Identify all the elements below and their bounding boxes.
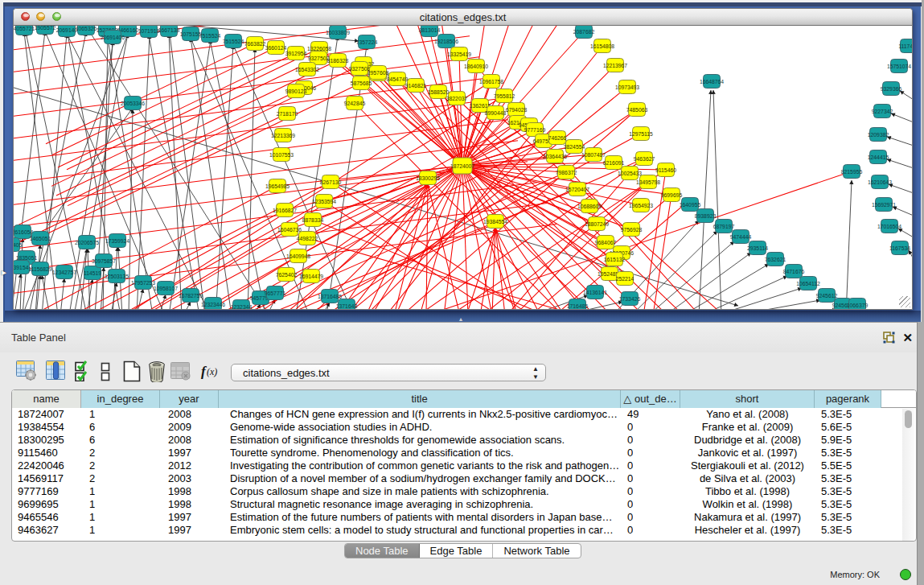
svg-text:1733426: 1733426 xyxy=(619,296,641,302)
svg-text:16543302: 16543302 xyxy=(295,67,319,72)
svg-text:13325419: 13325419 xyxy=(447,51,471,57)
svg-text:9227342: 9227342 xyxy=(872,109,893,114)
svg-text:19218506: 19218506 xyxy=(434,39,458,44)
svg-text:9242845: 9242845 xyxy=(344,101,366,106)
svg-text:1640955: 1640955 xyxy=(680,202,701,208)
svg-text:8938923: 8938923 xyxy=(695,213,717,219)
svg-text:9890123: 9890123 xyxy=(285,89,307,94)
svg-text:12975115: 12975115 xyxy=(629,131,653,137)
svg-text:7515524: 7515524 xyxy=(223,39,244,44)
svg-text:1835051: 1835051 xyxy=(16,255,38,261)
svg-text:18807249: 18807249 xyxy=(585,221,609,227)
svg-text:4055721: 4055721 xyxy=(14,26,35,31)
svg-text:12503135: 12503135 xyxy=(105,274,129,279)
svg-text:9245612: 9245612 xyxy=(816,293,838,299)
svg-text:16782759: 16782759 xyxy=(179,293,203,299)
svg-text:5875685: 5875685 xyxy=(351,80,372,86)
svg-text:1371648: 1371648 xyxy=(336,303,358,309)
svg-text:13495798: 13495798 xyxy=(636,179,660,185)
svg-text:1667138: 1667138 xyxy=(158,27,180,33)
svg-text:7515524: 7515524 xyxy=(199,33,221,39)
svg-text:17957253: 17957253 xyxy=(131,280,155,286)
svg-text:2935114: 2935114 xyxy=(747,245,768,251)
svg-text:13226058: 13226058 xyxy=(307,46,331,51)
svg-text:16046736: 16046736 xyxy=(277,227,302,233)
svg-text:6879197: 6879197 xyxy=(713,224,735,229)
svg-text:2718170: 2718170 xyxy=(277,111,298,117)
svg-text:20691406: 20691406 xyxy=(101,35,125,40)
svg-text:6794028: 6794028 xyxy=(506,107,528,113)
svg-text:15692971: 15692971 xyxy=(872,202,896,208)
svg-text:20364436: 20364436 xyxy=(543,154,567,159)
svg-text:8990448: 8990448 xyxy=(485,110,507,116)
svg-text:746266: 746266 xyxy=(548,135,567,141)
svg-text:1588520: 1588520 xyxy=(428,89,450,95)
svg-text:17359924: 17359924 xyxy=(105,238,129,244)
svg-text:9329366: 9329366 xyxy=(881,86,902,92)
svg-text:1232344: 1232344 xyxy=(231,304,253,310)
svg-text:16210643: 16210643 xyxy=(868,179,892,185)
svg-text:9327502: 9327502 xyxy=(308,56,330,61)
svg-text:30975857: 30975857 xyxy=(92,258,116,264)
svg-text:11156829: 11156829 xyxy=(28,266,51,272)
svg-text:9699695: 9699695 xyxy=(661,192,683,198)
svg-text:16409948: 16409948 xyxy=(286,253,310,259)
svg-text:9777169: 9777169 xyxy=(524,127,546,133)
svg-text:7485063: 7485063 xyxy=(626,107,648,113)
svg-text:10807487: 10807487 xyxy=(581,152,606,158)
svg-text:8454749: 8454749 xyxy=(387,76,409,82)
svg-text:14136141: 14136141 xyxy=(583,290,607,295)
svg-text:10973493: 10973493 xyxy=(615,84,639,90)
svg-text:(x): (x) xyxy=(207,366,217,377)
svg-text:10688609: 10688609 xyxy=(577,204,602,209)
svg-text:1066379: 1066379 xyxy=(847,303,869,308)
svg-text:17016504: 17016504 xyxy=(877,224,901,229)
svg-text:1065326: 1065326 xyxy=(76,26,97,31)
svg-text:9463627: 9463627 xyxy=(634,156,655,162)
svg-text:7986372: 7986372 xyxy=(556,170,577,175)
svg-text:9115460: 9115460 xyxy=(655,167,676,173)
svg-text:20053346: 20053346 xyxy=(121,101,145,106)
svg-text:16648764: 16648764 xyxy=(700,79,724,84)
svg-text:1167534: 1167534 xyxy=(889,245,910,251)
svg-text:1615132: 1615132 xyxy=(604,257,626,262)
svg-text:3915405: 3915405 xyxy=(14,242,22,248)
svg-text:10961758: 10961758 xyxy=(479,79,503,84)
svg-text:2069140: 2069140 xyxy=(56,27,78,33)
svg-text:12323446: 12323446 xyxy=(201,302,225,307)
svg-text:9657771: 9657771 xyxy=(265,290,286,296)
svg-text:114519: 114519 xyxy=(84,270,101,276)
svg-text:18300295: 18300295 xyxy=(416,175,440,181)
svg-text:8471676: 8471676 xyxy=(783,269,805,274)
svg-text:16914479: 16914479 xyxy=(299,274,323,279)
svg-text:39154: 39154 xyxy=(14,265,29,270)
svg-text:9684067: 9684067 xyxy=(595,240,617,245)
svg-text:18640910: 18640910 xyxy=(464,64,488,69)
svg-text:252214: 252214 xyxy=(616,276,634,282)
svg-text:19166827: 19166827 xyxy=(273,208,297,213)
svg-text:19384554: 19384554 xyxy=(483,219,507,225)
svg-text:1716485: 1716485 xyxy=(567,303,589,309)
svg-text:8267130: 8267130 xyxy=(320,179,342,185)
svg-text:8186328: 8186328 xyxy=(327,58,349,64)
svg-text:1244415: 1244415 xyxy=(868,154,889,160)
svg-text:15751074: 15751074 xyxy=(887,64,911,69)
svg-text:1209382: 1209382 xyxy=(868,132,889,138)
svg-text:19654923: 19654923 xyxy=(629,203,653,208)
svg-text:10025433: 10025433 xyxy=(618,171,642,176)
svg-text:16033809: 16033809 xyxy=(326,30,350,35)
svg-text:7955812: 7955812 xyxy=(494,93,515,99)
svg-text:20206575: 20206575 xyxy=(75,240,99,245)
svg-text:2957608: 2957608 xyxy=(368,70,389,76)
svg-text:8813014: 8813014 xyxy=(419,27,441,33)
svg-text:1905572: 1905572 xyxy=(35,26,56,31)
svg-text:12342757: 12342757 xyxy=(52,270,76,275)
svg-text:7632621: 7632621 xyxy=(765,257,786,262)
svg-text:18724007: 18724007 xyxy=(450,163,474,169)
svg-text:4498222: 4498222 xyxy=(297,236,318,241)
svg-text:1071918: 1071918 xyxy=(138,28,160,34)
svg-text:3660124: 3660124 xyxy=(265,45,287,51)
svg-text:7625402: 7625402 xyxy=(276,272,298,278)
svg-text:12213967: 12213967 xyxy=(603,63,627,68)
svg-text:13716485: 13716485 xyxy=(318,294,342,299)
